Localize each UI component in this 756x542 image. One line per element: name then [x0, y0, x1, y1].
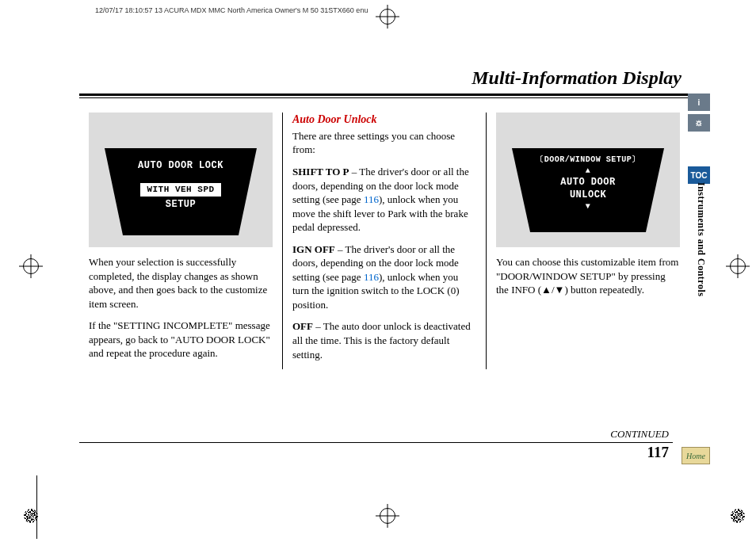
body-text: There are three settings you can choose … — [292, 129, 476, 157]
tab-car-icon[interactable]: ⛭ — [688, 114, 710, 132]
option-shift-to-p: SHIFT TO P – The driver's door or all th… — [292, 165, 476, 235]
body-text: When your selection is successfully comp… — [89, 255, 273, 311]
column-1: AUTO DOOR LOCK WITH VEH SPD SETUP When y… — [79, 113, 282, 369]
option-off: OFF – The auto door unlock is deactivate… — [292, 319, 476, 361]
tab-toc[interactable]: TOC — [688, 166, 710, 184]
crop-mark-bottom — [379, 507, 396, 525]
device-bracket: 〔DOOR/WINDOW SETUP〕 — [512, 155, 664, 166]
tab-info[interactable]: i — [688, 94, 710, 111]
side-tabs: i ⛭ TOC — [688, 94, 710, 187]
display-panel-unlock: 〔DOOR/WINDOW SETUP〕 ▲ AUTO DOOR UNLOCK ▼ — [496, 113, 680, 247]
crop-mark-right — [729, 258, 746, 275]
arrow-up-icon: ▲ — [512, 166, 664, 177]
page-number: 117 — [647, 444, 669, 461]
device-line: AUTO DOOR LOCK — [105, 159, 257, 172]
registration-mark-br — [729, 507, 746, 525]
print-meta-header: 12/07/17 18:10:57 13 ACURA MDX MMC North… — [95, 6, 368, 14]
device-highlight: WITH VEH SPD — [140, 183, 220, 197]
device-line: UNLOCK — [512, 189, 664, 201]
section-vertical-label: Instruments and Controls — [695, 182, 707, 296]
page-title: Multi-Information Display — [79, 67, 689, 96]
trim-line — [36, 475, 37, 539]
device-line: AUTO DOOR — [512, 176, 664, 189]
continued-label: CONTINUED — [610, 428, 669, 441]
page-link[interactable]: 116 — [364, 271, 379, 283]
option-label: IGN OFF — [292, 243, 335, 255]
footer-rule — [79, 442, 673, 443]
display-panel-lock: AUTO DOOR LOCK WITH VEH SPD SETUP — [89, 113, 273, 247]
content-columns: AUTO DOOR LOCK WITH VEH SPD SETUP When y… — [79, 113, 689, 369]
arrow-down-icon: ▼ — [512, 201, 664, 212]
crop-mark-left — [22, 258, 40, 275]
device-screen-unlock: 〔DOOR/WINDOW SETUP〕 ▲ AUTO DOOR UNLOCK ▼ — [512, 148, 664, 232]
body-text: You can choose this customizable item fr… — [496, 255, 680, 297]
option-ign-off: IGN OFF – The driver's door or all the d… — [292, 242, 476, 312]
page-link[interactable]: 116 — [364, 193, 379, 205]
home-button[interactable]: Home — [682, 447, 710, 464]
column-2: Auto Door Unlock There are three setting… — [282, 113, 486, 369]
section-subhead: Auto Door Unlock — [292, 113, 476, 128]
option-label: OFF — [292, 320, 313, 332]
crop-mark-top — [379, 8, 396, 25]
body-text: If the "SETTING INCOMPLETE" message appe… — [89, 319, 273, 361]
title-rule — [79, 97, 689, 98]
option-text: – The auto door unlock is deactivated al… — [292, 320, 471, 360]
column-3: 〔DOOR/WINDOW SETUP〕 ▲ AUTO DOOR UNLOCK ▼… — [486, 113, 689, 369]
device-line: SETUP — [105, 198, 257, 211]
device-screen-lock: AUTO DOOR LOCK WITH VEH SPD SETUP — [105, 148, 257, 235]
option-label: SHIFT TO P — [292, 166, 349, 177]
